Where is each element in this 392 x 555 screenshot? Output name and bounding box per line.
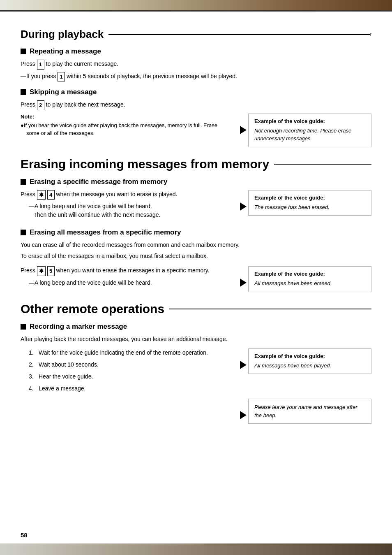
marker-example1-box: Example of the voice guide: All messages…	[248, 348, 371, 374]
key-star2: ✱	[37, 266, 46, 276]
note-bullet: ●If you hear the voice guide after playi…	[21, 121, 232, 137]
arrow-icon	[240, 126, 247, 134]
arrow-row-2: Example of the voice guide: The message …	[240, 190, 371, 216]
spacer	[240, 374, 371, 399]
arrow-icon-3	[240, 279, 247, 287]
marker-content: 1. Wait for the voice guide indicating t…	[21, 348, 371, 424]
skipping-message-title: Skipping a message	[21, 88, 371, 96]
arrow-col-3	[240, 266, 247, 287]
erase-specific-content: Press ✱ 4 when the message you want to e…	[21, 190, 371, 222]
marker-intro: After playing back the recorded messages…	[21, 335, 371, 344]
page-number: 58	[21, 532, 28, 539]
key-4: 4	[47, 190, 55, 200]
erase-specific-left: Press ✱ 4 when the message you want to e…	[21, 190, 232, 222]
arrow-col-2	[240, 190, 247, 211]
repeating-message-title: Repeating a message	[21, 47, 371, 56]
repeat-para2: —If you press 1 within 5 seconds of play…	[21, 72, 371, 82]
note-section: Note: ●If you hear the voice guide after…	[21, 114, 232, 137]
bullet-square-3	[21, 179, 26, 185]
arrow-icon-2	[240, 202, 247, 211]
bullet-square-5	[21, 324, 26, 330]
erase-all-para1: You can erase all of the recorded messag…	[21, 241, 371, 249]
erase-all-box-wrap: Example of the voice guide: All messages…	[248, 266, 371, 292]
erasing-section: Erasing incoming messages from memory	[21, 157, 371, 171]
marker-example2-box: Please leave your name and message after…	[248, 399, 371, 424]
erase-all-example-text: All messages have been erased.	[254, 279, 365, 288]
arrow-row-4: Example of the voice guide: All messages…	[240, 348, 371, 374]
top-border	[0, 0, 392, 12]
erase-all-dash: —A long beep and the voice guide will be…	[29, 279, 232, 287]
erase-all-para2: To erase all of the messages in a mailbo…	[21, 252, 371, 260]
key-star1: ✱	[37, 190, 46, 200]
other-title: Other remote operations	[21, 302, 164, 316]
marker-example1-wrap: Example of the voice guide: All messages…	[248, 348, 371, 374]
title-divider	[108, 34, 370, 35]
bullet-square	[21, 49, 26, 54]
marker-example2-text: Please leave your name and message after…	[254, 403, 365, 419]
skip-example-box-wrap: Example of the voice guide: Not enough r…	[248, 114, 371, 147]
erase-specific-example-text: The message has been erased.	[254, 203, 365, 211]
arrow-col-4	[240, 348, 247, 369]
marker-steps: 1. Wait for the voice guide indicating t…	[29, 348, 232, 393]
erase-specific-dash: —A long beep and the voice guide will be…	[29, 202, 232, 219]
bullet-square-2	[21, 89, 26, 95]
during-playback-title: During playback	[21, 28, 104, 41]
arrow-row-5: Please leave your name and message after…	[240, 399, 371, 424]
erase-all-content: Press ✱ 5 when you want to erase the mes…	[21, 266, 371, 292]
arrow-col	[240, 114, 247, 134]
other-section: Other remote operations	[21, 302, 371, 316]
key-1b: 1	[58, 72, 65, 82]
erase-specific-box-wrap: Example of the voice guide: The message …	[248, 190, 371, 216]
skip-example-right: Example of the voice guide: Not enough r…	[240, 114, 371, 147]
skip-example-label: Example of the voice guide:	[254, 118, 365, 124]
content: During playback r Repeating a message Pr…	[0, 12, 392, 448]
skip-note-example: Note: ●If you hear the voice guide after…	[21, 114, 371, 147]
marker-right: Example of the voice guide: All messages…	[240, 348, 371, 424]
bullet-square-4	[21, 230, 26, 235]
skip-note-left: Note: ●If you hear the voice guide after…	[21, 114, 232, 147]
page: During playback r Repeating a message Pr…	[0, 0, 392, 555]
step-4: 4. Leave a message.	[29, 384, 232, 393]
erase-all-title: Erasing all messages from a specific mem…	[21, 228, 371, 237]
skip-para1: Press 2 to play back the next message.	[21, 100, 371, 110]
marker-message-title: Recording a marker message	[21, 323, 371, 331]
repeat-para1: Press 1 to play the current message.	[21, 60, 371, 70]
arrow-row: Example of the voice guide: Not enough r…	[240, 114, 371, 147]
erase-all-press: Press ✱ 5 when you want to erase the mes…	[21, 266, 232, 276]
key-2: 2	[37, 100, 44, 110]
marker-example1-text: All messages have been played.	[254, 362, 365, 370]
erase-specific-press: Press ✱ 4 when the message you want to e…	[21, 190, 232, 200]
erase-all-right: Example of the voice guide: All messages…	[240, 266, 371, 292]
key-5: 5	[47, 266, 55, 276]
erase-specific-example-box: Example of the voice guide: The message …	[248, 190, 371, 216]
erasing-divider	[274, 164, 371, 165]
marker-left: 1. Wait for the voice guide indicating t…	[21, 348, 232, 424]
skip-example-box: Example of the voice guide: Not enough r…	[248, 114, 371, 147]
erase-all-example-label: Example of the voice guide:	[254, 271, 365, 277]
arrow-row-3: Example of the voice guide: All messages…	[240, 266, 371, 292]
arrow-col-5	[240, 399, 247, 419]
note-title: Note:	[21, 114, 232, 120]
erasing-title: Erasing incoming messages from memory	[21, 157, 269, 171]
other-divider	[169, 309, 371, 309]
during-playback-section: During playback r	[21, 28, 371, 41]
step-1: 1. Wait for the voice guide indicating t…	[29, 348, 232, 357]
erase-all-example-box: Example of the voice guide: All messages…	[248, 266, 371, 292]
arrow-icon-4	[240, 361, 247, 369]
step-3: 3. Hear the voice guide.	[29, 372, 232, 381]
marker-example2-wrap: Please leave your name and message after…	[248, 399, 371, 424]
bottom-border	[0, 543, 392, 555]
erase-specific-example-label: Example of the voice guide:	[254, 195, 365, 201]
erase-specific-title: Erasing a specific message from memory	[21, 178, 371, 186]
arrow-icon-5	[240, 411, 247, 419]
erase-specific-right: Example of the voice guide: The message …	[240, 190, 371, 222]
marker-example1-label: Example of the voice guide:	[254, 353, 365, 359]
erase-all-left: Press ✱ 5 when you want to erase the mes…	[21, 266, 232, 292]
key-1: 1	[37, 60, 44, 70]
step-2: 2. Wait about 10 seconds.	[29, 360, 232, 369]
skip-example-text: Not enough recording time. Please erase …	[254, 127, 365, 143]
